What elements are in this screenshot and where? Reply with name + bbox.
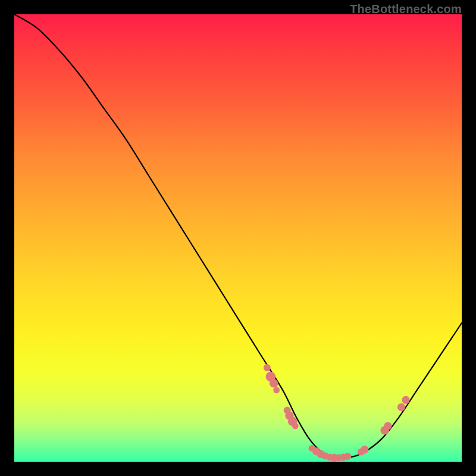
curve-marker xyxy=(273,387,280,393)
curve-marker xyxy=(397,403,405,411)
curve-marker xyxy=(344,453,351,460)
bottleneck-curve-path xyxy=(14,14,462,458)
curve-marker xyxy=(361,446,368,453)
curve-marker xyxy=(292,422,299,429)
bottleneck-curve-svg xyxy=(14,14,462,462)
curve-marker xyxy=(384,422,392,430)
curve-marker xyxy=(402,396,409,404)
curve-marker xyxy=(264,364,271,371)
curve-markers xyxy=(264,364,410,462)
chart-area xyxy=(14,14,462,462)
curve-marker xyxy=(270,379,278,387)
